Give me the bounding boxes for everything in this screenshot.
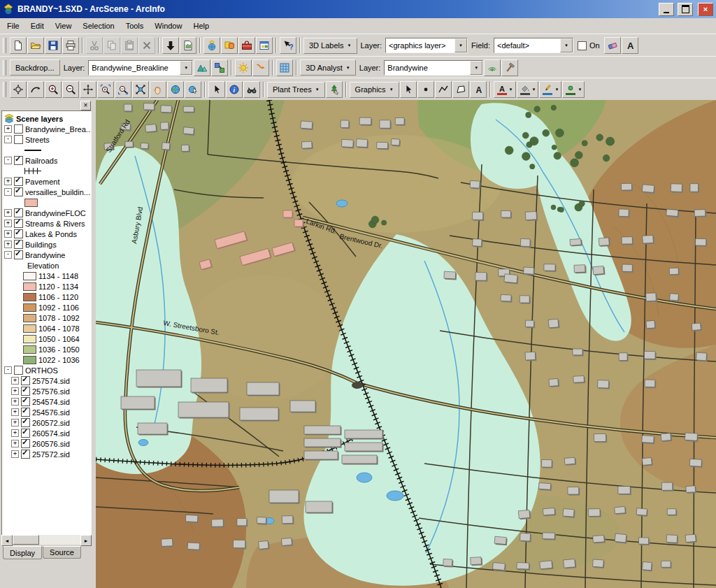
model-window-button[interactable] (256, 37, 273, 54)
copy-button[interactable] (103, 37, 120, 54)
layer-checkbox[interactable] (14, 124, 23, 134)
new-polygon-button[interactable] (452, 81, 469, 98)
arccatalog-button[interactable] (221, 37, 238, 54)
zoom-in-button[interactable] (45, 81, 62, 98)
toc-row[interactable]: 1092 - 1106 (2, 302, 91, 313)
select-graphics-globe-button[interactable] (185, 81, 201, 98)
layer-checkbox[interactable] (21, 387, 30, 396)
layer-checkbox[interactable] (14, 187, 23, 196)
toc-row[interactable]: +254576.sid (2, 407, 91, 417)
toc-row[interactable]: -Railroads (2, 155, 91, 166)
expander-icon[interactable]: + (4, 125, 12, 133)
area-volume-button[interactable] (501, 59, 518, 76)
delete-button[interactable] (138, 37, 155, 54)
layer-checkbox[interactable] (14, 366, 23, 375)
open-button[interactable] (27, 37, 44, 54)
new-line-button[interactable] (435, 81, 452, 98)
arcmap-button[interactable] (203, 37, 220, 54)
expander-icon[interactable]: - (4, 251, 12, 259)
layer-checkbox[interactable] (21, 439, 30, 448)
menu-window[interactable]: Window (149, 20, 187, 32)
toc-row[interactable]: +Lakes & Ponds (2, 229, 91, 239)
expander-icon[interactable]: + (11, 450, 19, 458)
menu-selection[interactable]: Selection (77, 20, 120, 32)
toc-row[interactable]: 1120 - 1134 (2, 281, 91, 292)
steepest-path-button[interactable] (252, 59, 269, 76)
layer-checkbox[interactable] (14, 208, 23, 217)
expander-icon[interactable]: - (4, 157, 12, 164)
toc-row[interactable]: 1078 - 1092 (2, 313, 91, 323)
toc-row[interactable]: 1036 - 1050 (2, 344, 91, 354)
labels-on-checkbox[interactable]: On (574, 41, 603, 50)
expander-icon[interactable]: + (11, 440, 19, 447)
paste-button[interactable] (121, 37, 138, 54)
tab-source[interactable]: Source (43, 546, 81, 559)
chevron-down-icon[interactable]: ▼ (470, 61, 482, 75)
close-button[interactable]: × (698, 3, 713, 16)
plant-tree-tool-button[interactable] (326, 81, 343, 98)
toc-row[interactable]: +257576.sid (2, 386, 91, 396)
toc-row[interactable]: -Brandywine (2, 250, 91, 260)
toc-row[interactable] (2, 145, 91, 155)
zoom-out-button[interactable] (62, 81, 79, 98)
eraser-button[interactable] (604, 37, 621, 54)
backdrop-button[interactable]: Backdrop... (10, 59, 60, 76)
toc-row[interactable]: +BrandywineFLOC (2, 208, 91, 218)
scene-viewport[interactable]: Stratford RdAsbury BlvdLarkin Rd.Brentwo… (96, 100, 716, 588)
layer-checkbox[interactable] (14, 156, 23, 165)
scrollbar-track[interactable] (13, 535, 80, 545)
layer-checkbox[interactable] (21, 450, 30, 459)
toc-row[interactable]: +254574.sid (2, 396, 91, 407)
toc-row[interactable] (2, 166, 91, 176)
layer-checkbox[interactable] (14, 250, 23, 259)
toc-row[interactable]: Elevation (2, 260, 91, 271)
checkbox-icon[interactable] (578, 41, 587, 50)
toc-row[interactable]: -ORTHOS (2, 365, 91, 375)
expander-icon[interactable]: - (4, 366, 12, 374)
breakline-layer-combo[interactable]: Brandywine_Breakline▼ (88, 60, 193, 76)
field-combo[interactable]: <default>▼ (494, 38, 573, 53)
pan-button[interactable] (80, 81, 96, 98)
expander-icon[interactable]: + (4, 241, 12, 248)
menu-tools[interactable]: Tools (120, 20, 150, 32)
find-button[interactable] (243, 81, 260, 98)
expander-icon[interactable]: - (4, 136, 12, 143)
globe-view-button[interactable] (167, 81, 184, 98)
toolbar-drag-handle[interactable] (3, 82, 6, 97)
layer-checkbox[interactable] (14, 177, 23, 186)
fly-button[interactable] (27, 81, 44, 98)
identify-button[interactable]: i (226, 81, 243, 98)
layer-checkbox[interactable] (21, 429, 30, 438)
toc-row[interactable]: +Streams & Rivers (2, 218, 91, 229)
interpolate-button[interactable] (484, 59, 501, 76)
fill-color-button[interactable]: ▼ (517, 81, 539, 98)
layer-checkbox[interactable] (14, 229, 23, 238)
hillshade-button[interactable] (235, 59, 252, 76)
toolbar-drag-handle[interactable] (3, 60, 6, 76)
layer-checkbox[interactable] (21, 397, 30, 406)
expander-icon[interactable]: + (11, 408, 19, 416)
expander-icon[interactable]: + (4, 178, 12, 185)
new-document-button[interactable] (10, 37, 27, 54)
layer-checkbox[interactable] (14, 135, 23, 144)
menu-help[interactable]: Help (187, 20, 215, 32)
expander-icon[interactable]: + (4, 220, 12, 227)
create-tin-button[interactable] (194, 59, 210, 76)
fixed-zoom-out-button[interactable] (115, 81, 131, 98)
select-elements-button[interactable] (208, 81, 225, 98)
3d-labels-menu-button[interactable]: 3D Labels▼ (303, 38, 357, 54)
toc-row[interactable]: 1050 - 1064 (2, 334, 91, 344)
toc-row[interactable]: 1106 - 1120 (2, 292, 91, 302)
full-extent-button[interactable] (132, 81, 149, 98)
add-data-button[interactable] (162, 37, 179, 54)
layer-checkbox[interactable] (21, 408, 30, 417)
toc-row[interactable]: +257572.sid (2, 449, 91, 459)
toc-row[interactable]: +260576.sid (2, 438, 91, 449)
text-color-button[interactable]: A▼ (494, 81, 516, 98)
print-button[interactable] (62, 37, 79, 54)
expander-icon[interactable]: + (11, 429, 19, 437)
toc-row[interactable] (2, 197, 91, 208)
fixed-zoom-in-button[interactable] (97, 81, 114, 98)
graphics-menu-button[interactable]: Graphics▼ (350, 82, 399, 98)
close-toc-button[interactable]: × (80, 101, 91, 110)
